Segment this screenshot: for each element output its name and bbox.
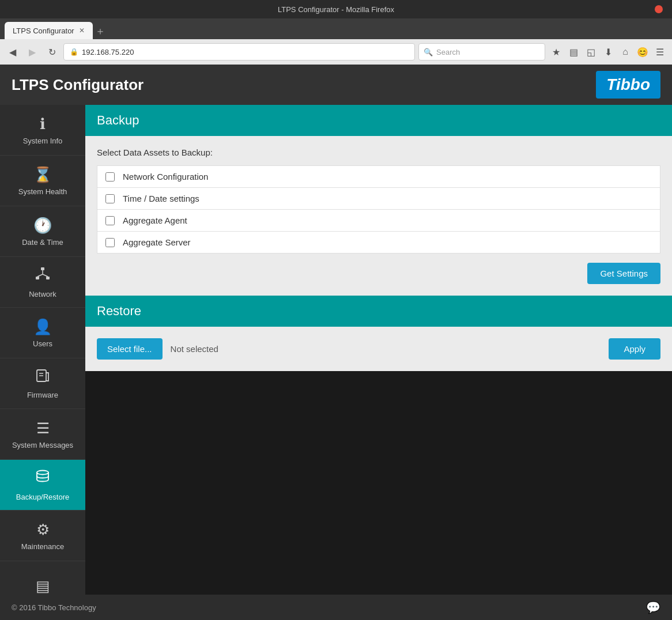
search-bar[interactable]: 🔍 Search [418, 43, 545, 61]
sidebar-item-users[interactable]: 👤 Users [0, 308, 85, 358]
backup-item-aggregate-server: Aggregate Server [97, 232, 660, 253]
backup-section-header: Backup [85, 105, 672, 136]
sidebar-item-maintenance[interactable]: ⚙ Maintenance [0, 511, 85, 561]
browser-tab-active[interactable]: LTPS Configurator ✕ [5, 22, 93, 39]
health-icon: ⌛ [33, 166, 52, 184]
nav-icons: ★ ▤ ◱ ⬇ ⌂ 😊 ☰ [549, 44, 667, 59]
sidebar-item-system-health[interactable]: ⌛ System Health [0, 156, 85, 206]
time-date-label: Time / Date settings [123, 194, 199, 203]
svg-rect-1 [36, 277, 39, 279]
sidebar-item-backup-restore[interactable]: Backup/Restore [0, 460, 85, 511]
checkbox-list: Network Configuration Time / Date settin… [97, 165, 660, 254]
tibbo-logo: Tibbo [596, 71, 660, 99]
aggregate-agent-label: Aggregate Agent [123, 216, 187, 225]
restore-title: Restore [97, 304, 141, 318]
reader-icon[interactable]: ▤ [566, 44, 581, 59]
address-bar[interactable]: 🔒 192.168.75.220 [63, 43, 415, 61]
backup-icon [35, 469, 51, 489]
svg-rect-0 [41, 267, 44, 270]
tab-label: LTPS Configurator [13, 27, 74, 35]
sidebar-label-system-info: System Info [23, 137, 63, 145]
backup-item-time-date: Time / Date settings [97, 188, 660, 210]
sidebar-label-backup-restore: Backup/Restore [16, 493, 70, 501]
messages-icon: ☰ [36, 419, 50, 437]
restore-body: Select file... Not selected Apply [85, 327, 672, 371]
download-icon[interactable]: ⬇ [601, 44, 616, 59]
tab-close-button[interactable]: ✕ [79, 27, 85, 35]
users-icon: 👤 [33, 318, 52, 336]
browser-title: LTPS Configurator - Mozilla Firefox [278, 5, 394, 14]
main-content: Backup Select Data Assets to Backup: Net… [85, 105, 672, 612]
browser-navbar: ◀ ▶ ↻ 🔒 192.168.75.220 🔍 Search ★ ▤ ◱ ⬇ … [0, 39, 672, 65]
sidebar-label-system-health: System Health [18, 187, 67, 196]
reload-button[interactable]: ↻ [44, 44, 60, 60]
network-icon [35, 266, 51, 286]
profile-icon[interactable]: 😊 [635, 44, 650, 59]
address-text: 192.168.75.220 [82, 48, 134, 56]
clock-icon: 🕐 [33, 217, 52, 235]
sidebar-item-system-messages[interactable]: ☰ System Messages [0, 409, 85, 460]
restore-left: Select file... Not selected [97, 338, 218, 360]
lock-icon: 🔒 [70, 48, 78, 56]
sidebar-label-maintenance: Maintenance [21, 542, 64, 551]
svg-rect-2 [46, 277, 50, 279]
checkbox-network-config[interactable] [105, 172, 115, 182]
select-label: Select Data Assets to Backup: [97, 148, 660, 157]
search-placeholder: Search [436, 48, 460, 56]
backup-body: Select Data Assets to Backup: Network Co… [85, 136, 672, 296]
search-icon: 🔍 [424, 48, 433, 56]
new-tab-button[interactable]: ＋ [95, 24, 105, 38]
home-icon[interactable]: ⌂ [618, 44, 633, 59]
backup-item-network-config: Network Configuration [97, 166, 660, 188]
menu-icon[interactable]: ☰ [652, 44, 667, 59]
restore-section-header: Restore [85, 296, 672, 327]
app-title: LTPS Configurator [12, 76, 144, 94]
apply-button[interactable]: Apply [609, 338, 660, 360]
backup-title: Backup [97, 113, 139, 127]
not-selected-text: Not selected [171, 344, 218, 354]
copyright-text: © 2016 Tibbo Technology [12, 603, 96, 612]
firmware-icon [35, 368, 50, 387]
backup-item-aggregate-agent: Aggregate Agent [97, 210, 660, 232]
maintenance-icon: ⚙ [36, 521, 50, 539]
browser-tabbar: LTPS Configurator ✕ ＋ [0, 18, 672, 39]
chat-icon[interactable]: 💬 [646, 600, 660, 614]
select-file-button[interactable]: Select file... [97, 338, 163, 360]
sidebar-label-users: Users [33, 339, 52, 348]
sidebar-label-date-time: Date & Time [22, 238, 63, 247]
pocket-icon[interactable]: ◱ [583, 44, 598, 59]
checkbox-aggregate-agent[interactable] [105, 216, 115, 225]
dark-background [85, 371, 672, 612]
sidebar-item-firmware[interactable]: Firmware [0, 358, 85, 409]
sidebar-label-system-messages: System Messages [12, 441, 73, 449]
sidebar: ℹ System Info ⌛ System Health 🕐 Date & T… [0, 105, 85, 612]
svg-line-4 [37, 274, 43, 277]
bookmark-icon[interactable]: ★ [549, 44, 564, 59]
app-body: ℹ System Info ⌛ System Health 🕐 Date & T… [0, 105, 672, 612]
checkbox-aggregate-server[interactable] [105, 238, 115, 247]
aggregate-server-label: Aggregate Server [123, 237, 191, 247]
svg-point-9 [37, 470, 48, 474]
svg-line-5 [43, 274, 48, 277]
browser-close-button[interactable] [655, 5, 663, 13]
sidebar-item-date-time[interactable]: 🕐 Date & Time [0, 206, 85, 257]
info-icon: ℹ [40, 115, 46, 133]
sidebar-label-network: Network [29, 290, 56, 298]
back-button[interactable]: ◀ [5, 44, 21, 60]
sidebar-item-system-info[interactable]: ℹ System Info [0, 105, 85, 156]
get-settings-button[interactable]: Get Settings [587, 263, 660, 284]
more-icon: ▤ [36, 577, 50, 595]
footer: © 2016 Tibbo Technology 💬 [0, 595, 672, 620]
browser-titlebar: LTPS Configurator - Mozilla Firefox [0, 0, 672, 18]
checkbox-time-date[interactable] [105, 194, 115, 203]
sidebar-item-network[interactable]: Network [0, 257, 85, 308]
get-settings-row: Get Settings [97, 263, 660, 284]
forward-button[interactable]: ▶ [24, 44, 40, 60]
sidebar-label-firmware: Firmware [27, 391, 58, 399]
app-header: LTPS Configurator Tibbo [0, 65, 672, 105]
network-config-label: Network Configuration [123, 172, 208, 182]
